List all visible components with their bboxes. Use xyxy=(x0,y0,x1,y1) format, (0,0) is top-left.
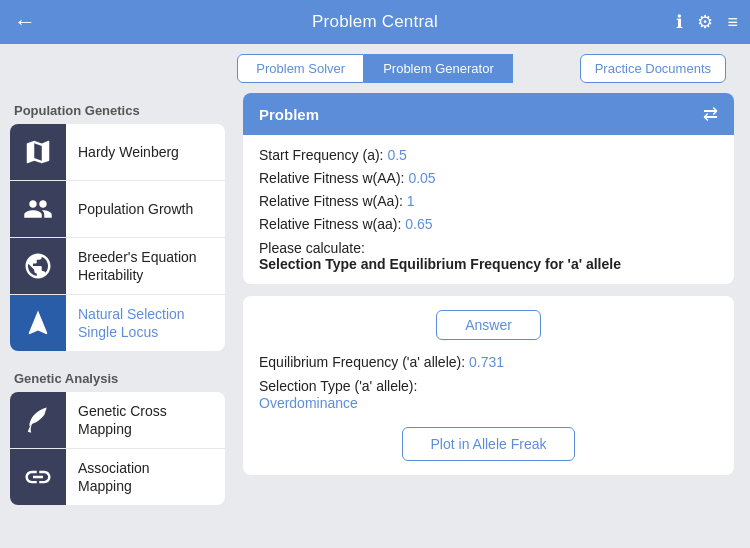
sel-type-val: Overdominance xyxy=(259,395,718,411)
hardy-weinberg-label: Hardy Weinberg xyxy=(66,143,191,161)
answer-section: Answer Equilibrium Frequency ('a' allele… xyxy=(243,296,734,475)
info-icon[interactable]: ℹ xyxy=(676,11,683,33)
tab-bar: Problem Solver Problem Generator Practic… xyxy=(0,44,750,93)
practice-documents-button[interactable]: Practice Documents xyxy=(580,54,726,83)
start-freq-label: Start Frequency (a): xyxy=(259,147,384,163)
plot-allele-freak-button[interactable]: Plot in Allele Freak xyxy=(402,427,576,461)
eq-freq-label: Equilibrium Frequency ('a' allele): xyxy=(259,354,465,370)
sel-type-label: Selection Type ('a' allele): xyxy=(259,378,417,394)
fitness-Aa-val: 1 xyxy=(407,193,415,209)
start-freq-val: 0.5 xyxy=(387,147,406,163)
sidebar-item-hardy-weinberg[interactable]: Hardy Weinberg xyxy=(10,124,225,181)
sidebar-item-genetic-cross[interactable]: Genetic CrossMapping xyxy=(10,392,225,449)
leaf-icon xyxy=(10,392,66,448)
people-icon xyxy=(10,181,66,237)
start-freq-row: Start Frequency (a): 0.5 xyxy=(259,147,718,163)
eq-freq-row: Equilibrium Frequency ('a' allele): 0.73… xyxy=(259,354,718,370)
breeders-equation-label: Breeder's EquationHeritability xyxy=(66,248,209,284)
answer-button[interactable]: Answer xyxy=(436,310,541,340)
fitness-aa-val: 0.05 xyxy=(408,170,435,186)
arrow-icon xyxy=(10,295,66,351)
header-title: Problem Central xyxy=(312,12,438,32)
question-prefix: Please calculate: xyxy=(259,240,365,256)
link-icon xyxy=(10,449,66,505)
fitness-aa-label: Relative Fitness w(AA): xyxy=(259,170,404,186)
menu-icon[interactable]: ≡ xyxy=(727,12,738,33)
section-population-genetics-label: Population Genetics xyxy=(10,93,225,124)
map-icon xyxy=(10,124,66,180)
eq-freq-val: 0.731 xyxy=(469,354,504,370)
fitness-aa2-row: Relative Fitness w(aa): 0.65 xyxy=(259,216,718,232)
fitness-aa2-val: 0.65 xyxy=(405,216,432,232)
fitness-Aa-label: Relative Fitness w(Aa): xyxy=(259,193,403,209)
plot-button-row: Plot in Allele Freak xyxy=(259,427,718,461)
right-panel: Problem ⇄ Start Frequency (a): 0.5 Relat… xyxy=(235,93,750,548)
sidebar: Population Genetics Hardy Weinberg Popul… xyxy=(0,93,235,548)
section-genetic-analysis-label: Genetic Analysis xyxy=(10,361,225,392)
sidebar-item-association[interactable]: AssociationMapping xyxy=(10,449,225,505)
genetic-analysis-card: Genetic CrossMapping AssociationMapping xyxy=(10,392,225,505)
population-growth-label: Population Growth xyxy=(66,200,205,218)
association-label: AssociationMapping xyxy=(66,459,162,495)
settings-icon[interactable]: ⚙ xyxy=(697,11,713,33)
tab-problem-generator[interactable]: Problem Generator xyxy=(364,54,513,83)
fitness-aa2-label: Relative Fitness w(aa): xyxy=(259,216,401,232)
fitness-aa-row: Relative Fitness w(AA): 0.05 xyxy=(259,170,718,186)
back-button[interactable]: ← xyxy=(14,9,36,35)
answer-button-row: Answer xyxy=(259,310,718,340)
main-content: Population Genetics Hardy Weinberg Popul… xyxy=(0,93,750,548)
problem-question: Please calculate: Selection Type and Equ… xyxy=(259,240,718,272)
genetic-cross-label: Genetic CrossMapping xyxy=(66,402,179,438)
tab-problem-solver[interactable]: Problem Solver xyxy=(237,54,364,83)
sel-type-row: Selection Type ('a' allele): Overdominan… xyxy=(259,378,718,411)
fitness-Aa-row: Relative Fitness w(Aa): 1 xyxy=(259,193,718,209)
globe-icon xyxy=(10,238,66,294)
sidebar-item-breeders-equation[interactable]: Breeder's EquationHeritability xyxy=(10,238,225,295)
population-genetics-card: Hardy Weinberg Population Growth Breeder… xyxy=(10,124,225,351)
question-bold: Selection Type and Equilibrium Frequency… xyxy=(259,256,621,272)
sidebar-item-population-growth[interactable]: Population Growth xyxy=(10,181,225,238)
header-actions: ℹ ⚙ ≡ xyxy=(676,11,738,33)
app-header: ← Problem Central ℹ ⚙ ≡ xyxy=(0,0,750,44)
problem-body: Start Frequency (a): 0.5 Relative Fitnes… xyxy=(243,135,734,284)
sidebar-item-natural-selection[interactable]: Natural SelectionSingle Locus xyxy=(10,295,225,351)
problem-card: Problem ⇄ Start Frequency (a): 0.5 Relat… xyxy=(243,93,734,284)
natural-selection-label: Natural SelectionSingle Locus xyxy=(66,305,197,341)
back-icon: ← xyxy=(14,9,36,35)
shuffle-icon[interactable]: ⇄ xyxy=(703,103,718,125)
problem-card-header: Problem ⇄ xyxy=(243,93,734,135)
problem-card-title: Problem xyxy=(259,106,319,123)
